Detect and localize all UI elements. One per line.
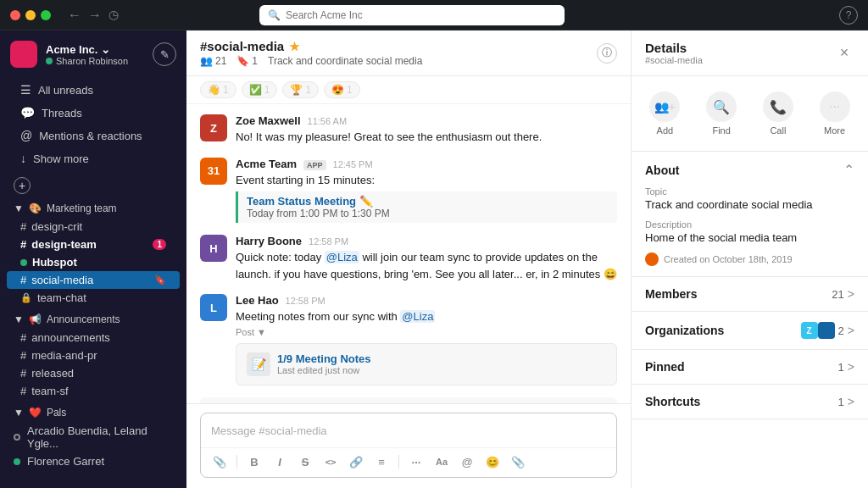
section-announcements: ▼ 📢 Announcements # announcements # medi… xyxy=(0,308,186,402)
code-button[interactable]: <> xyxy=(320,452,341,472)
add-label: Add xyxy=(657,125,674,136)
wave-emoji: 👋 xyxy=(208,84,220,96)
sidebar-item-mentions[interactable]: @ Mentions & reactions xyxy=(7,125,180,147)
message-input[interactable]: Message #social-media xyxy=(201,413,616,447)
search-icon: 🔍 xyxy=(268,9,281,21)
strike-button[interactable]: S xyxy=(295,452,315,472)
reaction-wave[interactable]: 👋 1 xyxy=(200,81,236,98)
organizations-row[interactable]: Organizations Z 2 > xyxy=(632,312,868,350)
section-header-pals[interactable]: ▼ ❤️ Pals xyxy=(0,403,186,422)
more-formatting-button[interactable]: ··· xyxy=(406,452,426,472)
sidebar-item-threads[interactable]: 💬 Threads xyxy=(7,102,180,124)
members-count: 21 > xyxy=(832,287,854,301)
channel-media-and-pr[interactable]: # media-and-pr xyxy=(7,347,180,364)
event-card[interactable]: Team Status Meeting ✏️ Today from 1:00 P… xyxy=(236,191,617,223)
hubspot-dot xyxy=(20,259,27,266)
pinned-row[interactable]: Pinned 1 > xyxy=(632,350,868,385)
forward-arrow[interactable]: → xyxy=(88,8,102,23)
message-body: Harry Boone 12:58 PM Quick note: today @… xyxy=(236,235,617,282)
message-text: No! It was my pleasure! Great to see the… xyxy=(236,129,617,146)
sidebar-item-show-more[interactable]: ↓ Show more xyxy=(7,147,180,169)
away-dot xyxy=(14,434,20,441)
channel-info-button[interactable]: ⓘ xyxy=(597,43,617,64)
italic-button[interactable]: I xyxy=(270,452,290,472)
reaction-trophy[interactable]: 🏆 1 xyxy=(282,81,319,98)
pinned-label: Pinned xyxy=(645,360,838,374)
channel-released[interactable]: # released xyxy=(7,364,180,382)
section-header-marketing[interactable]: ▼ 🎨 Marketing team xyxy=(0,199,186,218)
attach-button-2[interactable]: 📎 xyxy=(508,452,528,472)
attach-button[interactable]: 📎 xyxy=(209,452,230,472)
channel-announcements[interactable]: # announcements xyxy=(7,329,180,347)
user-arcadio[interactable]: Arcadio Buendia, Leland Ygle... xyxy=(3,422,183,452)
post-link[interactable]: 📝 1/9 Meeting Notes Last edited just now xyxy=(236,343,617,385)
history-icon[interactable]: ◷ xyxy=(108,8,119,23)
action-find[interactable]: 🔍 Find xyxy=(695,86,748,141)
close-details-button[interactable]: × xyxy=(834,43,854,64)
close-window-btn[interactable] xyxy=(10,10,20,20)
mention-liza-2[interactable]: @Liza xyxy=(400,310,435,323)
action-more[interactable]: ··· More xyxy=(808,86,861,141)
call-label: Call xyxy=(770,125,786,136)
section-marketing: ▼ 🎨 Marketing team # design-crit # desig… xyxy=(0,197,186,308)
channel-notice: Z Zenith Marketing is in this channel xyxy=(200,397,617,404)
lock-icon: 🔒 xyxy=(20,292,32,303)
members-label: Members xyxy=(645,287,832,301)
search-input[interactable] xyxy=(286,9,556,21)
message-text: Event starting in 15 minutes: xyxy=(236,172,617,189)
message-row: H Harry Boone 12:58 PM Quick note: today… xyxy=(200,235,617,282)
find-label: Find xyxy=(712,125,730,136)
reaction-hearts[interactable]: 😍 1 xyxy=(324,81,360,98)
star-icon[interactable]: ★ xyxy=(289,40,300,53)
online-dot-2 xyxy=(14,458,20,465)
emoji-button[interactable]: 😊 xyxy=(482,452,503,472)
design-team-badge: 1 xyxy=(153,239,166,250)
about-toggle[interactable]: ⌃ xyxy=(843,162,854,178)
text-size-button[interactable]: Aa xyxy=(431,452,452,472)
workspace-header: Acme Inc. ⌄ Sharon Robinson ✎ xyxy=(0,30,186,75)
reaction-check[interactable]: ✅ 1 xyxy=(242,81,278,98)
post-label[interactable]: Post ▼ xyxy=(236,327,266,337)
search-bar[interactable]: 🔍 xyxy=(259,5,565,25)
channel-design-crit[interactable]: # design-crit xyxy=(7,218,180,236)
channel-team-sf[interactable]: # team-sf xyxy=(7,382,180,400)
post-icon: 📝 xyxy=(247,352,270,376)
workspace-name[interactable]: Acme Inc. ⌄ xyxy=(46,43,144,56)
top-bar: ← → ◷ 🔍 ? xyxy=(0,0,868,30)
message-body: Lee Hao 12:58 PM Meeting notes from our … xyxy=(236,294,617,385)
help-button[interactable]: ? xyxy=(839,6,858,25)
bold-button[interactable]: B xyxy=(244,452,264,472)
channel-design-team[interactable]: # design-team 1 xyxy=(7,236,180,253)
toolbar-separator xyxy=(236,455,237,469)
list-button[interactable]: ≡ xyxy=(371,452,392,472)
org-avatars: Z xyxy=(801,322,835,339)
maximize-window-btn[interactable] xyxy=(41,10,51,20)
channel-social-media[interactable]: # social-media 🔖 xyxy=(7,271,180,289)
compose-button[interactable]: ✎ xyxy=(153,42,176,66)
event-time: Today from 1:00 PM to 1:30 PM xyxy=(247,208,609,219)
description-label: Description xyxy=(645,219,854,230)
message-text: Meeting notes from our sync with @Liza xyxy=(236,308,617,325)
members-row[interactable]: Members 21 > xyxy=(632,277,868,312)
mention-liza[interactable]: @Liza xyxy=(325,251,359,263)
add-member-icon: 👥+ xyxy=(649,92,680,122)
mention-button[interactable]: @ xyxy=(457,452,477,472)
minimize-window-btn[interactable] xyxy=(25,10,36,20)
find-icon: 🔍 xyxy=(706,92,737,122)
link-button[interactable]: 🔗 xyxy=(346,452,366,472)
sidebar-item-all-unreads[interactable]: ☰ All unreads xyxy=(7,79,180,101)
action-call[interactable]: 📞 Call xyxy=(752,86,805,141)
organizations-label: Organizations xyxy=(645,324,801,337)
back-arrow[interactable]: ← xyxy=(68,8,81,23)
user-florence[interactable]: Florence Garret xyxy=(3,452,183,470)
section-header-announcements[interactable]: ▼ 📢 Announcements xyxy=(0,310,186,329)
action-add[interactable]: 👥+ Add xyxy=(638,86,692,141)
shortcuts-label: Shortcuts xyxy=(645,395,838,408)
bookmark-icon: 🔖 xyxy=(154,274,166,286)
message-row: 31 Acme Team APP 12:45 PM Event starting… xyxy=(200,158,617,224)
channel-team-chat[interactable]: 🔒 team-chat xyxy=(7,289,180,307)
channel-hubspot[interactable]: Hubspot xyxy=(7,253,180,271)
shortcuts-row[interactable]: Shortcuts 1 > xyxy=(632,385,868,419)
workspace-info: Acme Inc. ⌄ Sharon Robinson xyxy=(46,43,144,66)
add-channels-button[interactable]: + xyxy=(14,177,31,194)
